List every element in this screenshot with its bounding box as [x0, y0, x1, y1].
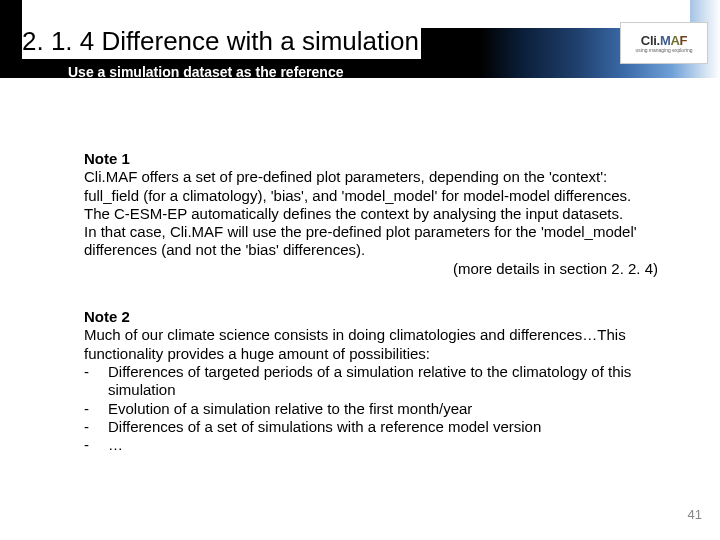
logo-a: A [670, 33, 679, 48]
slide-subtitle: Use a simulation dataset as the referenc… [68, 64, 343, 80]
slide-header: 2. 1. 4 Difference with a simulation Use… [0, 0, 720, 78]
logo-cli: Cli. [641, 33, 660, 48]
dash-icon: - [84, 400, 108, 418]
bullet-text: Evolution of a simulation relative to th… [108, 400, 660, 418]
logo-f: F [680, 33, 688, 48]
list-item: -Differences of targeted periods of a si… [84, 363, 660, 400]
title-background [22, 0, 690, 28]
note-2-intro: Much of our climate science consists in … [84, 326, 660, 363]
logo-tagline: using managing exploring [636, 47, 693, 53]
slide-title: 2. 1. 4 Difference with a simulation [22, 26, 421, 59]
list-item: -Differences of a set of simulations wit… [84, 418, 660, 436]
note-1-heading: Note 1 [84, 150, 660, 168]
page-number: 41 [688, 507, 702, 522]
bullet-text: Differences of a set of simulations with… [108, 418, 660, 436]
note-1-paragraph-1: Cli.MAF offers a set of pre-defined plot… [84, 168, 660, 223]
dash-icon: - [84, 418, 108, 436]
slide: 2. 1. 4 Difference with a simulation Use… [0, 0, 720, 540]
note-2-bullet-list: -Differences of targeted periods of a si… [84, 363, 660, 454]
list-item: -Evolution of a simulation relative to t… [84, 400, 660, 418]
slide-body: Note 1 Cli.MAF offers a set of pre-defin… [84, 150, 660, 484]
dash-icon: - [84, 436, 108, 454]
list-item: -… [84, 436, 660, 454]
logo-text: Cli.MAF [641, 33, 687, 48]
logo-m: M [660, 33, 671, 48]
note-1-paragraph-2: In that case, Cli.MAF will use the pre-d… [84, 223, 660, 260]
note-2-heading: Note 2 [84, 308, 660, 326]
dash-icon: - [84, 363, 108, 400]
note-2-block: Note 2 Much of our climate science consi… [84, 308, 660, 454]
bullet-text: … [108, 436, 660, 454]
climaf-logo: Cli.MAF using managing exploring [620, 22, 708, 64]
note-1-block: Note 1 Cli.MAF offers a set of pre-defin… [84, 150, 660, 278]
note-1-more-details: (more details in section 2. 2. 4) [84, 260, 660, 278]
bullet-text: Differences of targeted periods of a sim… [108, 363, 660, 400]
